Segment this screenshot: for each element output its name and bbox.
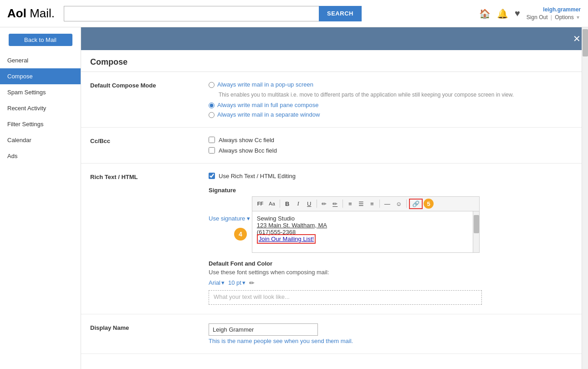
compose-mode-separate-label[interactable]: Always write mail in a separate window — [217, 111, 320, 118]
editor-inner: 4 Sewing Studio 123 Main St. Waltham, MA… — [252, 211, 473, 252]
richtext-content: Use Rich Text / HTML Editing Signature U… — [209, 173, 573, 305]
toolbar-indent-button[interactable]: ≡ — [367, 199, 377, 209]
bell-icon[interactable]: 🔔 — [497, 8, 508, 19]
section-title: Compose — [81, 50, 582, 72]
close-button[interactable]: ✕ — [573, 33, 581, 44]
compose-mode-separate: Always write mail in a separate window — [209, 111, 573, 118]
options-link[interactable]: Options — [555, 14, 573, 20]
use-signature-link[interactable]: Use signature ▾ — [209, 215, 250, 222]
compose-mode-fullpane: Always write mail in full pane compose — [209, 102, 573, 108]
show-bcc-checkbox[interactable] — [209, 147, 215, 154]
font-controls: Arial ▾ 10 pt ▾ ✏ — [209, 279, 573, 287]
toolbar-paint-button[interactable]: ✏ — [319, 199, 329, 209]
compose-mode-radio-group: Always write mail in a pop-up screen Thi… — [209, 81, 573, 118]
richtext-label: Rich Text / HTML — [90, 173, 209, 180]
ccbcc-label: Cc/Bcc — [90, 137, 209, 144]
toolbar-list-button[interactable]: ☰ — [356, 199, 366, 209]
sidebar-item-spam[interactable]: Spam Settings — [0, 84, 81, 100]
toolbar-sep3 — [343, 200, 343, 208]
toolbar-bold-button[interactable]: B — [282, 199, 292, 209]
font-name-select[interactable]: Arial ▾ — [209, 279, 225, 286]
font-size-value: 10 pt — [228, 279, 241, 286]
sidebar-item-calendar[interactable]: Calendar — [0, 132, 81, 148]
main-header: ✕ — [81, 27, 588, 50]
sign-out-link[interactable]: Sign Out — [527, 14, 548, 20]
search-input[interactable] — [64, 6, 319, 21]
sidebar-item-recent[interactable]: Recent Activity — [0, 100, 81, 116]
cc-option: Always show Cc field — [209, 137, 573, 144]
sidebar: Back to Mail General Compose Spam Settin… — [0, 27, 81, 369]
sidebar-item-filter[interactable]: Filter Settings — [0, 116, 81, 132]
toolbar-italic-button[interactable]: I — [293, 199, 303, 209]
show-cc-checkbox[interactable] — [209, 137, 215, 143]
display-name-hint: This is the name people see when you sen… — [209, 338, 573, 344]
display-name-input[interactable] — [209, 323, 318, 336]
sidebar-item-general[interactable]: General — [0, 52, 81, 68]
display-name-content: This is the name people see when you sen… — [209, 323, 573, 344]
compose-mode-separate-radio[interactable] — [209, 112, 215, 118]
compose-mode-fullpane-radio[interactable] — [209, 102, 215, 108]
rich-text-checkbox[interactable] — [209, 173, 215, 179]
back-to-mail-button[interactable]: Back to Mail — [9, 34, 72, 46]
mail-text: Mail. — [30, 6, 55, 20]
display-name-label: Display Name — [90, 323, 209, 331]
editor-with-scroll: 4 Sewing Studio 123 Main St. Waltham, MA… — [252, 211, 480, 253]
ccbcc-content: Always show Cc field Always show Bcc fie… — [209, 137, 573, 154]
layout: Back to Mail General Compose Spam Settin… — [0, 27, 588, 369]
aol-logo: Aol Mail. — [7, 6, 55, 20]
signature-section: Signature Use signature ▾ FF Aa B — [209, 187, 573, 305]
font-preview: What your text will look like... — [209, 290, 482, 305]
sidebar-item-compose[interactable]: Compose — [0, 68, 81, 84]
sig-line1: Sewing Studio — [257, 215, 468, 222]
font-settings-desc: Use these font settings when composing m… — [209, 269, 573, 276]
sidebar-nav: General Compose Spam Settings Recent Act… — [0, 52, 81, 164]
sidebar-item-ads[interactable]: Ads — [0, 148, 81, 164]
toolbar-dash-button[interactable]: — — [382, 199, 393, 209]
font-name-value: Arial — [209, 279, 220, 286]
bcc-option: Always show Bcc field — [209, 147, 573, 154]
toolbar-highlight-button[interactable]: ✏ — [330, 199, 340, 209]
toolbar-underline-button[interactable]: U — [304, 199, 314, 209]
rich-text-check: Use Rich Text / HTML Editing — [209, 173, 573, 179]
search-button[interactable]: SEARCH — [319, 6, 362, 21]
toolbar-align-button[interactable]: ≡ — [345, 199, 355, 209]
compose-mode-popup-desc: This enables you to multitask i.e. move … — [219, 91, 573, 99]
step4-badge: 4 — [234, 228, 247, 241]
editor-vscroll-thumb — [474, 215, 479, 233]
main-scrollbar[interactable] — [582, 27, 588, 369]
font-settings: Default Font and Color Use these font se… — [209, 260, 573, 305]
font-color-edit-icon[interactable]: ✏ — [249, 279, 255, 287]
toolbar-emoji-button[interactable]: ☺ — [394, 199, 404, 209]
toolbar-sep2 — [317, 200, 317, 208]
show-bcc-label[interactable]: Always show Bcc field — [219, 147, 277, 154]
toolbar-aa-button[interactable]: Aa — [266, 200, 277, 208]
font-size-select[interactable]: 10 pt ▾ — [228, 279, 245, 286]
user-links: Sign Out | Options ▾ — [527, 14, 581, 21]
toolbar-sep4 — [379, 200, 380, 208]
settings-ccbcc: Cc/Bcc Always show Cc field Always show … — [81, 128, 582, 164]
compose-mode-content: Always write mail in a pop-up screen Thi… — [209, 81, 573, 118]
username: leigh.grammer — [527, 6, 581, 14]
settings-richtext: Rich Text / HTML Use Rich Text / HTML Ed… — [81, 164, 582, 314]
editor-toolbar: FF Aa B I U ✏ ✏ ≡ ☰ — [252, 196, 480, 211]
show-cc-label[interactable]: Always show Cc field — [219, 137, 274, 144]
ccbcc-checkbox-group: Always show Cc field Always show Bcc fie… — [209, 137, 573, 154]
compose-mode-label: Default Compose Mode — [90, 81, 209, 89]
home-icon[interactable]: 🏠 — [479, 8, 491, 19]
sig-link[interactable]: Join Our Mailing List! — [257, 234, 316, 244]
content-scroll[interactable]: Compose Default Compose Mode Always writ… — [81, 50, 588, 369]
toolbar-number-badge: 5 — [424, 199, 434, 209]
toolbar-link-button[interactable]: 🔗 — [409, 199, 423, 209]
compose-mode-fullpane-label[interactable]: Always write mail in full pane compose — [217, 102, 319, 108]
header-right: 🏠 🔔 ♥ leigh.grammer Sign Out | Options ▾ — [479, 6, 581, 21]
compose-mode-popup-radio[interactable] — [209, 82, 215, 88]
heart-icon[interactable]: ♥ — [515, 8, 520, 19]
compose-mode-popup-label[interactable]: Always write mail in a pop-up screen — [217, 81, 313, 88]
header: Aol Mail. SEARCH 🏠 🔔 ♥ leigh.grammer Sig… — [0, 0, 588, 27]
main-scroll-thumb — [583, 29, 588, 56]
rich-text-checkbox-label[interactable]: Use Rich Text / HTML Editing — [219, 173, 296, 179]
sig-line2: 123 Main St. Waltham, MA — [257, 222, 468, 229]
toolbar-ff-button[interactable]: FF — [255, 200, 266, 208]
toolbar-sep1 — [280, 200, 280, 208]
editor-vscroll[interactable] — [473, 211, 479, 252]
